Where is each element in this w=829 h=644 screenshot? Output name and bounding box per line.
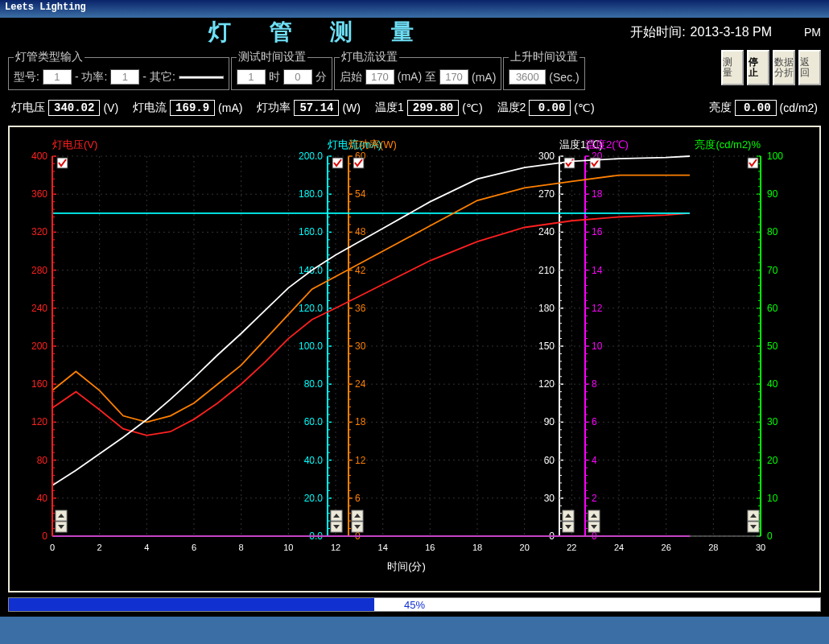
svg-text:100: 100: [767, 151, 783, 162]
svg-text:400: 400: [31, 151, 47, 162]
svg-text:200: 200: [31, 341, 47, 352]
svg-text:30: 30: [767, 416, 778, 427]
series-灯电压: [52, 213, 690, 436]
svg-text:温度2(℃): 温度2(℃): [585, 138, 629, 151]
readout-unit: (℃): [462, 101, 482, 114]
readout-unit: (W): [342, 101, 361, 114]
minutes-input[interactable]: 0: [283, 69, 312, 85]
analyze-button[interactable]: 数据 分折: [773, 50, 795, 85]
measure-button[interactable]: 测 量: [721, 50, 744, 85]
current-start-label: 启始: [340, 70, 362, 85]
svg-text:70: 70: [767, 265, 778, 276]
svg-text:灯功率(W): 灯功率(W): [349, 138, 397, 151]
svg-text:90: 90: [767, 188, 778, 200]
svg-text:80: 80: [767, 226, 778, 237]
test-time-group: 测试时间设置 1 时 0 分: [231, 50, 332, 90]
rise-time-input[interactable]: 3600: [509, 69, 546, 85]
start-time-label: 开始时间:: [630, 24, 685, 41]
current-unit: (mA) 至: [398, 70, 436, 85]
svg-text:0: 0: [767, 530, 773, 542]
progress-bar: 45%: [8, 597, 821, 612]
svg-text:120: 120: [31, 416, 47, 427]
svg-text:28: 28: [708, 543, 718, 552]
app-title: 灯 管 测 量: [8, 17, 630, 47]
svg-text:22: 22: [567, 543, 576, 552]
chart-container: 024681012141618202224262830时间(分)灯电压(V)04…: [0, 122, 829, 594]
svg-text:160: 160: [31, 378, 47, 390]
model-label: 型号:: [14, 70, 39, 85]
svg-text:20: 20: [520, 543, 530, 552]
chart-svg: 024681012141618202224262830时间(分)灯电压(V)04…: [10, 127, 819, 591]
temp2-value: 0.00: [529, 100, 571, 116]
svg-text:16: 16: [425, 543, 435, 552]
test-time-legend: 测试时间设置: [237, 50, 307, 64]
power-input[interactable]: 1: [110, 69, 139, 85]
hours-input[interactable]: 1: [237, 69, 266, 85]
svg-text:时间(分): 时间(分): [387, 560, 426, 572]
chart-box: 024681012141618202224262830时间(分)灯电压(V)04…: [8, 126, 821, 592]
rise-time-unit: (Sec.): [549, 71, 579, 84]
tube-type-legend: 灯管类型输入: [14, 50, 85, 64]
svg-text:12: 12: [331, 543, 340, 552]
svg-text:4: 4: [144, 543, 149, 552]
svg-text:灯电压(V): 灯电压(V): [52, 138, 97, 151]
svg-text:24: 24: [614, 543, 624, 552]
stop-button[interactable]: 停 止: [747, 50, 769, 85]
svg-text:320: 320: [31, 226, 47, 237]
svg-text:240: 240: [31, 303, 47, 314]
readout-label: 温度2: [497, 101, 526, 115]
svg-text:10: 10: [767, 493, 778, 504]
svg-text:10: 10: [283, 543, 293, 552]
rise-time-group: 上升时间设置 3600 (Sec.): [503, 50, 585, 90]
progress-text: 45%: [9, 598, 820, 613]
other-label: - 其它:: [142, 70, 175, 85]
svg-text:亮度(cd/m2)%: 亮度(cd/m2)%: [695, 138, 761, 151]
svg-text:26: 26: [662, 543, 671, 552]
current-start-input[interactable]: 170: [365, 69, 394, 85]
other-input[interactable]: [179, 76, 224, 79]
readout-unit: (℃): [574, 101, 594, 114]
current-end-input[interactable]: 170: [439, 69, 468, 85]
hours-label: 时: [269, 70, 280, 85]
svg-text:80: 80: [37, 455, 48, 466]
progress-container: 45%: [0, 594, 829, 617]
svg-text:40: 40: [37, 493, 48, 504]
rise-time-legend: 上升时间设置: [509, 50, 579, 64]
power-label: - 功率:: [75, 70, 107, 85]
minutes-label: 分: [316, 70, 327, 85]
svg-text:18: 18: [472, 543, 482, 552]
back-button[interactable]: 返 回: [798, 50, 821, 85]
svg-text:14: 14: [378, 543, 388, 552]
readout-label: 亮度: [709, 101, 732, 115]
svg-text:50: 50: [767, 341, 778, 352]
brightness-value: 0.00: [735, 100, 777, 116]
svg-text:2: 2: [97, 543, 102, 552]
svg-text:0: 0: [42, 530, 47, 542]
current-group: 灯电流设置 启始 170 (mA) 至 170 (mA): [334, 50, 502, 90]
current-unit2: (mA): [472, 71, 496, 84]
settings-row: 灯管类型输入 型号: 1 - 功率: 1 - 其它: 测试时间设置 1 时 0 …: [0, 47, 829, 95]
current-legend: 灯电流设置: [340, 50, 399, 64]
readout-label: 温度1: [375, 101, 404, 115]
readout-label: 灯电压: [11, 101, 45, 115]
svg-text:40: 40: [767, 378, 778, 390]
readout-label: 灯电流: [133, 101, 167, 115]
time-pm: PM: [804, 26, 821, 39]
banner: 灯 管 测 量 开始时间: 2013-3-18 PM PM: [0, 18, 829, 47]
series-温度1: [52, 156, 690, 485]
model-input[interactable]: 1: [43, 69, 72, 85]
readout-unit: (cd/m2): [780, 101, 818, 114]
svg-text:60: 60: [767, 303, 778, 314]
readout-row: 灯电压340.02(V) 灯电流169.9(mA) 灯功率57.14(W) 温度…: [0, 95, 829, 122]
svg-text:20: 20: [767, 455, 778, 466]
wattage-value: 57.14: [294, 100, 339, 116]
svg-text:280: 280: [31, 265, 47, 276]
readout-unit: (mA): [218, 101, 242, 114]
voltage-value: 340.02: [48, 100, 100, 116]
readout-unit: (V): [103, 101, 118, 114]
start-time-value: 2013-3-18 PM: [691, 25, 772, 39]
svg-text:0: 0: [50, 543, 55, 552]
window-titlebar: Leets Lighting: [0, 0, 829, 18]
svg-text:8: 8: [239, 543, 244, 552]
svg-text:360: 360: [31, 188, 47, 200]
